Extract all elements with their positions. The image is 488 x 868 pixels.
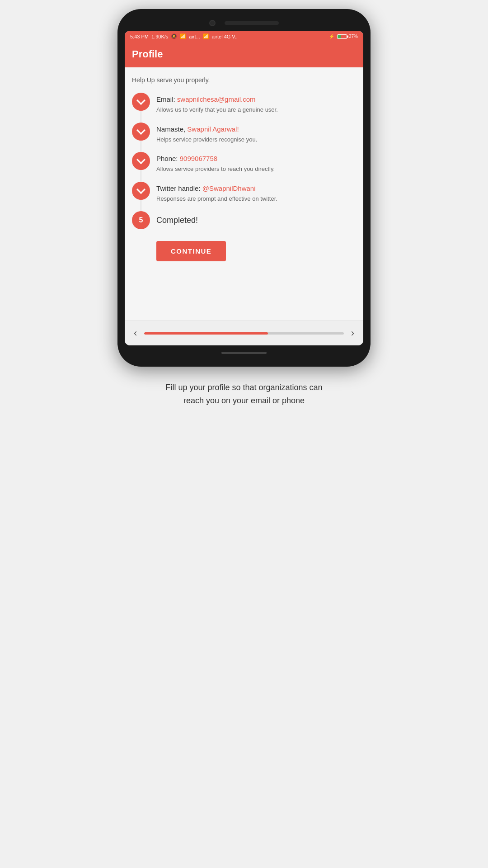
caption: Fill up your profile so that organizatio… <box>156 381 331 407</box>
continue-button[interactable]: CONTINUE <box>156 241 226 261</box>
status-carrier2: airtel 4G V.. <box>212 34 238 39</box>
step-content-4: Twitter handle: @SwapnilDhwani Responses… <box>156 182 356 203</box>
checkmark-icon <box>136 96 145 105</box>
list-item: Twitter handle: @SwapnilDhwani Responses… <box>132 182 356 212</box>
phone-device: 5:43 PM 1.90K/s 🔕 📶 airt... 📶 airtel 4G … <box>117 9 371 367</box>
bottom-nav: ‹ › <box>125 321 363 345</box>
main-content: Help Up serve you properly. Email: swapn… <box>125 67 363 321</box>
step-title-prefix: Twitter handle: <box>156 184 202 192</box>
list-item: Phone: 9099067758 Allows service provide… <box>132 152 356 182</box>
step-desc-1: Allows us to verify that you are a genui… <box>156 105 356 114</box>
status-charge-icon: ⚡ <box>329 34 334 39</box>
steps-list: Email: swapnilchesa@gmail.com Allows us … <box>132 93 356 234</box>
checkmark-icon <box>136 126 145 135</box>
phone-screen: 5:43 PM 1.90K/s 🔕 📶 airt... 📶 airtel 4G … <box>125 31 363 345</box>
step-content-5: Completed! <box>156 211 356 225</box>
step-title-prefix: Phone: <box>156 155 180 162</box>
checkmark-icon <box>136 155 145 164</box>
list-item: Email: swapnilchesa@gmail.com Allows us … <box>132 93 356 123</box>
step-content-2: Namaste, Swapnil Agarwal! Helps service … <box>156 123 356 144</box>
status-battery-percent: 37% <box>349 34 358 39</box>
step-title-4: Twitter handle: @SwapnilDhwani <box>156 184 356 193</box>
step-connector <box>141 111 141 123</box>
home-bar <box>221 352 267 354</box>
step-title-prefix: Email: <box>156 95 177 103</box>
step-connector <box>141 170 141 182</box>
camera-icon <box>209 20 216 26</box>
step-title-value: 9099067758 <box>180 155 217 162</box>
list-item: 5 Completed! <box>132 211 356 234</box>
app-bar: Profile <box>125 42 363 67</box>
step-title-2: Namaste, Swapnil Agarwal! <box>156 124 356 134</box>
battery-fill <box>338 35 341 38</box>
completed-label: Completed! <box>156 213 356 225</box>
step-connector <box>141 200 141 212</box>
step-number-icon-5: 5 <box>132 211 150 229</box>
status-time: 5:43 PM <box>130 34 149 39</box>
step-desc-3: Allows service providers to reach you di… <box>156 165 356 174</box>
step-desc-2: Helps service providers recognise you. <box>156 135 356 144</box>
caption-line2: reach you on your email or phone <box>183 396 305 405</box>
status-carrier1: airt... <box>189 34 200 39</box>
step-check-icon-1 <box>132 93 150 111</box>
back-arrow-button[interactable]: ‹ <box>134 327 137 339</box>
checkmark-icon <box>136 185 145 194</box>
phone-bottom-bar <box>125 352 363 354</box>
step-title-1: Email: swapnilchesa@gmail.com <box>156 94 356 104</box>
step-check-icon-4 <box>132 182 150 200</box>
step-content-3: Phone: 9099067758 Allows service provide… <box>156 152 356 174</box>
progress-bar <box>144 332 343 335</box>
page-title: Profile <box>132 48 356 60</box>
step-check-icon-3 <box>132 152 150 170</box>
content-subtitle: Help Up serve you properly. <box>132 76 356 84</box>
forward-arrow-button[interactable]: › <box>351 327 354 339</box>
step-check-icon-2 <box>132 123 150 141</box>
speaker-icon <box>225 21 279 25</box>
phone-top-bar <box>125 17 363 31</box>
step-desc-4: Responses are prompt and effective on tw… <box>156 194 356 203</box>
status-mute-icon: 🔕 <box>171 33 177 39</box>
status-speed: 1.90K/s <box>151 34 168 39</box>
step-title-value: @SwapnilDhwani <box>202 184 256 192</box>
step-number: 5 <box>139 216 143 224</box>
battery-tip <box>347 35 348 38</box>
step-title-prefix: Namaste, <box>156 125 187 133</box>
caption-line1: Fill up your profile so that organizatio… <box>165 383 322 392</box>
status-wifi-icon: 📶 <box>180 33 186 39</box>
step-title-3: Phone: 9099067758 <box>156 154 356 163</box>
status-signal-icon: 📶 <box>203 33 209 39</box>
step-title-value: swapnilchesa@gmail.com <box>177 95 256 103</box>
battery-indicator <box>337 34 347 39</box>
status-bar: 5:43 PM 1.90K/s 🔕 📶 airt... 📶 airtel 4G … <box>125 31 363 42</box>
list-item: Namaste, Swapnil Agarwal! Helps service … <box>132 123 356 152</box>
step-content-1: Email: swapnilchesa@gmail.com Allows us … <box>156 93 356 114</box>
step-title-value: Swapnil Agarwal! <box>187 125 239 133</box>
step-connector <box>141 141 141 152</box>
progress-bar-fill <box>144 332 268 335</box>
